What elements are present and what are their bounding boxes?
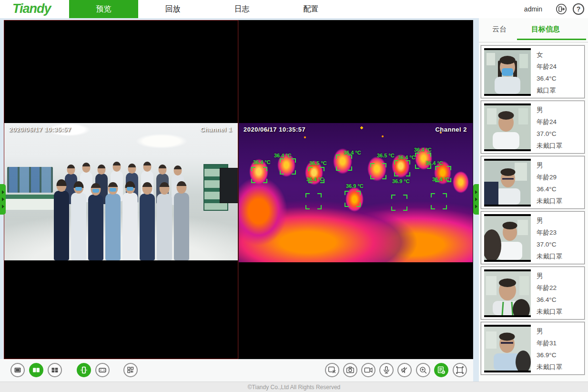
target-card-list: 女 年龄24 36.4°C 戴口罩 男 年龄24 37.0°C 未戴口罩 (481, 45, 585, 377)
collapse-arrow-icon (2, 190, 4, 194)
showroom-tv (220, 168, 238, 203)
target-card[interactable]: 男 年龄22 36.4°C 未戴口罩 (481, 267, 585, 320)
target-card[interactable]: 男 年龄31 36.9°C 未戴口罩 (481, 322, 585, 375)
logout-icon[interactable] (556, 3, 567, 15)
target-age: 年龄29 (537, 171, 562, 183)
person-figure (174, 193, 189, 260)
main-nav: 预览 回放 日志 配置 (69, 0, 345, 18)
target-gender: 男 (537, 325, 562, 337)
target-thumbnail (484, 325, 531, 372)
target-info: 男 年龄24 37.0°C 未戴口罩 (537, 104, 562, 152)
target-info: 女 年龄24 36.4°C 戴口罩 (537, 49, 557, 96)
person-figure (88, 195, 103, 260)
snapshot-button[interactable] (343, 363, 357, 377)
target-temperature: 37.0°C (537, 128, 562, 140)
portrait-stream-button[interactable] (77, 363, 91, 377)
footer: ©Tiandy Co.,Ltd All Rights Reserved (0, 382, 588, 392)
fullscreen-button[interactable] (453, 363, 467, 377)
talk-button[interactable] (379, 363, 394, 377)
target-temperature: 36.4°C (537, 294, 562, 306)
target-card[interactable]: 女 年龄24 36.4°C 戴口罩 (481, 45, 585, 98)
thermal-temp-label: 36.4 °C (253, 159, 271, 165)
close-all-button[interactable] (325, 363, 339, 377)
channel1-label: Channel 1 (200, 126, 232, 133)
target-thumbnail (484, 214, 531, 262)
person-figure (71, 193, 86, 260)
collapse-arrow-icon (2, 197, 4, 201)
target-thumbnail (484, 48, 531, 96)
target-age: 年龄23 (537, 227, 562, 238)
right-panel-collapse-handle[interactable] (473, 184, 479, 215)
thermal-temp-label: 36.9 °C (346, 183, 364, 189)
tab-ptz[interactable]: 云台 (492, 25, 507, 34)
person-figure (140, 194, 155, 260)
showroom-counter (4, 195, 60, 210)
target-mask-status: 未戴口罩 (537, 140, 562, 152)
face-bracket (280, 158, 296, 175)
video-pane-channel-1[interactable]: 2020/06/17 10:35:57 Channel 1 (4, 20, 238, 359)
face-bracket (391, 195, 407, 211)
landscape-stream-button[interactable] (95, 363, 110, 377)
active-tab-underline (517, 39, 586, 40)
target-mask-status: 未戴口罩 (537, 306, 562, 318)
target-mask-status: 未戴口罩 (537, 250, 562, 262)
tab-preview[interactable]: 预览 (69, 0, 138, 18)
tab-config[interactable]: 配置 (276, 0, 345, 18)
sidebar-tabs: 云台 目标信息 (479, 18, 588, 42)
target-card[interactable]: 男 年龄24 37.0°C 未戴口罩 (481, 101, 585, 154)
person-figure (54, 191, 69, 260)
target-info: 男 年龄22 36.4°C 未戴口罩 (537, 270, 562, 318)
record-button[interactable] (361, 363, 375, 377)
right-sidebar: 云台 目标信息 女 年龄24 36.4°C 戴口罩 (479, 18, 588, 382)
channel2-timestamp: 2020/06/17 10:35:57 (243, 126, 305, 133)
target-gender: 男 (537, 215, 562, 227)
layout-picker-button[interactable] (123, 363, 138, 377)
target-age: 年龄31 (537, 337, 562, 349)
target-info: 男 年龄31 36.9°C 未戴口罩 (537, 325, 562, 373)
target-list-button[interactable] (434, 363, 448, 377)
thermal-temp-label: 36.4 °C (274, 153, 292, 158)
thermal-temp-label: 36.4 °C (306, 176, 324, 182)
face-bracket (370, 163, 386, 179)
collapse-arrow-icon (2, 205, 4, 208)
left-panel-collapse-handle[interactable] (0, 184, 6, 215)
target-info: 男 年龄29 36.4°C 未戴口罩 (537, 159, 562, 207)
thermal-temp-label: 36.9 °C (392, 178, 410, 184)
target-gender: 女 (537, 49, 557, 61)
help-icon[interactable]: ? (573, 3, 584, 15)
target-card[interactable]: 男 年龄23 37.0°C 未戴口罩 (481, 211, 585, 264)
target-thumbnail (484, 159, 531, 206)
tab-log[interactable]: 日志 (207, 0, 276, 18)
target-temperature: 36.4°C (537, 183, 562, 195)
thermal-temp-label: 36.5 °C (309, 160, 327, 166)
target-card[interactable]: 男 年龄29 36.4°C 未戴口罩 (481, 156, 585, 209)
face-bracket (336, 155, 352, 171)
tiandy-web-client: Tiandy 预览 回放 日志 配置 admin ? (0, 0, 588, 392)
target-gender: 男 (537, 270, 562, 282)
single-view-button[interactable] (10, 363, 25, 377)
thermal-temp-label: 36.4 °C (414, 147, 432, 153)
target-mask-status: 未戴口罩 (537, 195, 562, 207)
copyright-text: ©Tiandy Co.,Ltd All Rights Reserved (248, 384, 340, 391)
target-age: 年龄24 (537, 61, 557, 72)
channel2-thermal-content: 36.4 °C 36.4 °C 36.5 °C 36.4 °C 36.5 °C … (239, 123, 473, 262)
quad-view-button[interactable] (48, 363, 62, 377)
face-bracket (251, 167, 267, 183)
thermal-temp-label: 36.5 °C (377, 153, 395, 158)
tab-target-info[interactable]: 目标信息 (531, 25, 560, 34)
face-bracket (431, 193, 447, 209)
target-thumbnail (484, 103, 531, 151)
target-info: 男 年龄23 37.0°C 未戴口罩 (537, 215, 562, 262)
tab-playback[interactable]: 回放 (138, 0, 207, 18)
video-pane-channel-2[interactable]: 36.4 °C 36.4 °C 36.5 °C 36.4 °C 36.5 °C … (238, 20, 473, 359)
tiandy-logo: Tiandy (12, 1, 51, 16)
target-thumbnail (484, 269, 531, 317)
target-temperature: 37.0°C (537, 238, 562, 250)
digital-zoom-button[interactable] (416, 363, 430, 377)
dual-view-button[interactable] (29, 363, 43, 377)
target-temperature: 36.9°C (537, 349, 562, 361)
target-age: 年龄24 (537, 116, 562, 128)
thermal-temp-label: 36.4 °C (398, 155, 416, 160)
person-figure (105, 194, 121, 260)
mute-button[interactable] (397, 363, 412, 377)
